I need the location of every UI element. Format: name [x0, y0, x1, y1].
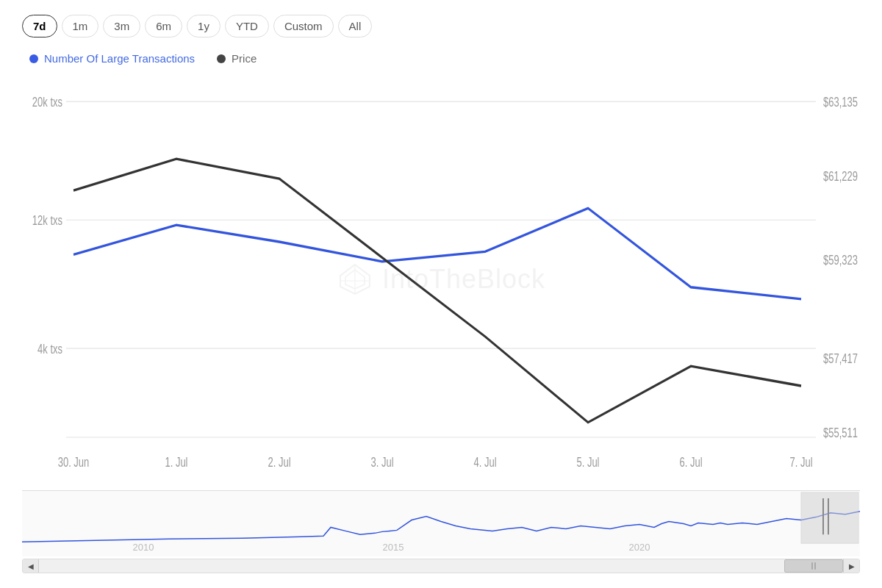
svg-text:30. Jun: 30. Jun: [58, 455, 90, 469]
page-container: 7d1m3m6m1yYTDCustomAll Number Of Large T…: [0, 0, 882, 588]
svg-rect-28: [801, 492, 858, 543]
svg-text:$61,229: $61,229: [823, 169, 858, 183]
scrollbar-track: ◀ ▶: [22, 559, 860, 573]
time-btn-3m[interactable]: 3m: [103, 15, 140, 37]
svg-text:2015: 2015: [383, 542, 404, 553]
main-chart: IntoTheBlock 20k txs 12k txs 4k txs $63,…: [22, 72, 860, 487]
scrollbar-thumb[interactable]: [784, 559, 843, 573]
chart-wrapper: IntoTheBlock 20k txs 12k txs 4k txs $63,…: [22, 72, 860, 573]
time-btn-1m[interactable]: 1m: [62, 15, 99, 37]
main-chart-svg: 20k txs 12k txs 4k txs $63,135 $61,229 $…: [22, 72, 860, 487]
svg-text:12k txs: 12k txs: [32, 213, 62, 227]
svg-text:4k txs: 4k txs: [37, 342, 62, 356]
svg-text:20k txs: 20k txs: [32, 95, 62, 109]
scrollbar-grip-2: [814, 562, 816, 570]
svg-text:2010: 2010: [133, 542, 154, 553]
time-btn-all[interactable]: All: [338, 15, 373, 37]
svg-text:$63,135: $63,135: [823, 95, 858, 109]
svg-text:1. Jul: 1. Jul: [165, 455, 187, 469]
scrollbar-inner: [39, 559, 843, 573]
svg-text:$55,511: $55,511: [823, 426, 858, 440]
time-range-selector: 7d1m3m6m1yYTDCustomAll: [22, 15, 860, 37]
legend-dot-1: [217, 54, 226, 63]
svg-text:$57,417: $57,417: [823, 351, 858, 365]
time-btn-custom[interactable]: Custom: [273, 15, 334, 37]
svg-text:4. Jul: 4. Jul: [473, 455, 496, 469]
time-btn-1y[interactable]: 1y: [187, 15, 220, 37]
legend-dot-0: [29, 54, 38, 63]
svg-text:2. Jul: 2. Jul: [268, 455, 290, 469]
time-btn-7d[interactable]: 7d: [22, 15, 57, 37]
chart-legend: Number Of Large TransactionsPrice: [22, 52, 860, 65]
legend-label-0: Number Of Large Transactions: [44, 52, 195, 65]
scrollbar-right-button[interactable]: ▶: [843, 559, 859, 573]
svg-text:2020: 2020: [629, 542, 650, 553]
legend-item-1: Price: [217, 52, 257, 65]
svg-text:5. Jul: 5. Jul: [576, 455, 599, 469]
svg-text:3. Jul: 3. Jul: [370, 455, 393, 469]
time-btn-ytd[interactable]: YTD: [225, 15, 269, 37]
legend-label-1: Price: [232, 52, 257, 65]
svg-text:7. Jul: 7. Jul: [789, 455, 812, 469]
scrollbar-left-button[interactable]: ◀: [23, 559, 39, 573]
navigator-svg: 2010 2015 2020: [22, 491, 860, 556]
navigator-chart: 2010 2015 2020: [22, 490, 860, 556]
time-btn-6m[interactable]: 6m: [145, 15, 182, 37]
scrollbar-grip-1: [811, 562, 813, 570]
legend-item-0: Number Of Large Transactions: [29, 52, 195, 65]
svg-text:$59,323: $59,323: [823, 253, 858, 267]
svg-text:6. Jul: 6. Jul: [679, 455, 702, 469]
